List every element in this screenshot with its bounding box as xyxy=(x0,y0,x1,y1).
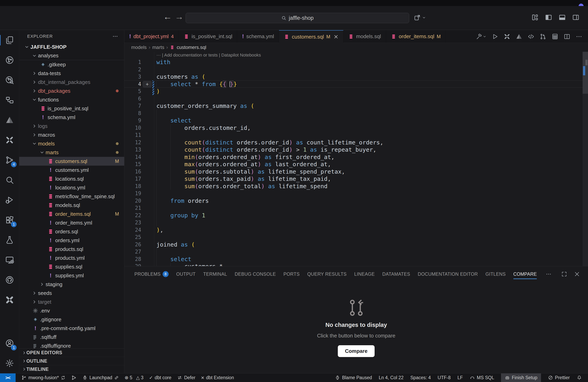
panel-tab-ports[interactable]: PORTS xyxy=(283,266,300,282)
tree-item-dbt-internal-packages[interactable]: dbt_internal_packages xyxy=(19,78,124,87)
code-line-6[interactable]: 6 xyxy=(125,95,588,102)
code-line-3[interactable]: 3customers as ( xyxy=(125,73,588,80)
code-line-4[interactable]: 4+ select * from {{ }} xyxy=(125,80,588,88)
panel-tab-output[interactable]: OUTPUT xyxy=(176,266,196,282)
tree-item-models-sql[interactable]: models.sql xyxy=(19,201,124,210)
code-line-22[interactable]: 22 group by 1 xyxy=(125,212,588,219)
code-line-17[interactable]: 17 sum(orders.tax_paid) as lifetime_tax_… xyxy=(125,175,588,183)
code-line-18[interactable]: 18 sum(orders.order_total) as lifetime_s… xyxy=(125,183,588,190)
activity-item-testing[interactable] xyxy=(0,230,19,250)
activity-item-query-lineage[interactable] xyxy=(0,50,19,70)
action-build-hammer[interactable] xyxy=(476,33,486,40)
action-inline-code[interactable] xyxy=(528,33,534,40)
activity-item-dbt-extension[interactable] xyxy=(0,290,19,310)
customize-layout-icon[interactable] xyxy=(531,14,539,21)
tree-item-analyses[interactable]: analyses xyxy=(19,51,124,60)
tree-item-customers-sql[interactable]: customers.sqlM xyxy=(19,157,124,166)
code-editor[interactable]: ··· | Add documentation or tests | Datap… xyxy=(125,52,588,266)
status-dbt-core[interactable]: ✓dbt core xyxy=(149,375,171,381)
code-line-16[interactable]: 16 sum(orders.subtotal) as lifetime_spen… xyxy=(125,168,588,175)
action-run-query[interactable] xyxy=(492,33,498,40)
status-defer[interactable]: Defer xyxy=(177,375,195,381)
action-query-results-grid[interactable] xyxy=(552,33,558,40)
action-pull-request[interactable] xyxy=(540,33,546,40)
tree-item-macros[interactable]: macros xyxy=(19,131,124,139)
add-test-button[interactable]: + xyxy=(143,81,152,87)
editor-scrollbar[interactable] xyxy=(583,52,588,266)
tree-item-functions[interactable]: functions xyxy=(19,95,124,104)
code-line-27[interactable]: 27 xyxy=(125,248,588,256)
code-line-1[interactable]: 1with xyxy=(125,58,588,66)
tree-item-locations-sql[interactable]: locations.sql xyxy=(19,174,124,183)
status-prettier[interactable]: Prettier xyxy=(548,375,570,381)
tree-item-supplies-sql[interactable]: supplies.sql xyxy=(19,262,124,271)
tree-item-seeds[interactable]: seeds xyxy=(19,289,124,298)
tree-item-customers-yml[interactable]: !customers.yml xyxy=(19,166,124,174)
status-git-branch[interactable]: mwong-fusion* xyxy=(21,375,66,381)
activity-item-settings[interactable] xyxy=(0,353,19,373)
tree-item-order-items-yml[interactable]: !order_items.yml xyxy=(19,218,124,227)
code-line-11[interactable]: 11 xyxy=(125,132,588,139)
code-line-13[interactable]: 13 count(distinct orders.order_id) > 1 a… xyxy=(125,146,588,153)
code-line-29[interactable]: 29 customers.*, xyxy=(125,263,588,266)
close-panel-icon[interactable] xyxy=(574,271,580,277)
breadcrumb[interactable]: models › marts › customers.sql xyxy=(125,43,588,52)
tree-item-is-positive-int-sql[interactable]: is_positive_int.sql xyxy=(19,104,124,113)
tree-item-staging[interactable]: staging xyxy=(19,280,124,289)
close-icon[interactable] xyxy=(334,34,338,39)
tab-is-positive-int-sql[interactable]: is_positive_int.sql xyxy=(179,30,237,43)
status-language-mode[interactable]: MS SQL xyxy=(470,375,494,381)
status-encoding[interactable]: UTF-8 xyxy=(438,375,451,381)
activity-item-run-and-debug[interactable] xyxy=(0,190,19,210)
tree-item-products-yml[interactable]: !products.yml xyxy=(19,253,124,262)
tree-item-data-tests[interactable]: data-tests xyxy=(19,69,124,78)
tree-item-products-sql[interactable]: products.sql xyxy=(19,245,124,253)
compare-button[interactable]: Compare xyxy=(338,345,375,357)
tree-item-order-items-sql[interactable]: order_items.sqlM xyxy=(19,210,124,218)
tree-item-locations-yml[interactable]: !locations.yml xyxy=(19,183,124,192)
activity-item-accounts[interactable]: 1 xyxy=(0,333,19,353)
status-notifications-bell[interactable] xyxy=(577,375,582,381)
back-button[interactable]: ← xyxy=(162,12,173,21)
section-outline[interactable]: OUTLINE xyxy=(19,357,124,365)
code-line-8[interactable]: 8 xyxy=(125,110,588,117)
breadcrumb-item[interactable]: customers.sql xyxy=(177,45,206,50)
code-line-2[interactable]: 2 xyxy=(125,66,588,73)
activity-item-search[interactable] xyxy=(0,170,19,190)
code-line-26[interactable]: 26joined as ( xyxy=(125,241,588,248)
status-blame[interactable]: Blame Paused xyxy=(335,375,372,381)
code-line-14[interactable]: 14 min(orders.ordered_at) as first_order… xyxy=(125,153,588,161)
forward-button[interactable]: → xyxy=(174,12,184,21)
status-indentation[interactable]: Spaces: 4 xyxy=(410,375,431,381)
code-line-28[interactable]: 28 select xyxy=(125,256,588,263)
panel-tab-lineage[interactable]: LINEAGE xyxy=(354,266,375,282)
tab-dbt-project-yml[interactable]: !dbt_project.yml4 xyxy=(125,30,179,43)
section-timeline[interactable]: TIMELINE xyxy=(19,365,124,373)
tree-item--env[interactable]: .env xyxy=(19,306,124,315)
code-line-12[interactable]: 12 count(distinct orders.order_id) as co… xyxy=(125,139,588,146)
tab-models-sql[interactable]: models.sql xyxy=(343,30,386,43)
activity-item-dbt-power-user[interactable] xyxy=(0,130,19,150)
status-problems[interactable]: ⊗ 5△ 3 xyxy=(125,375,143,381)
code-line-21[interactable]: 21 xyxy=(125,204,588,212)
panel-more-icon[interactable] xyxy=(546,271,552,277)
panel-tab-debug-console[interactable]: DEBUG CONSOLE xyxy=(235,266,276,282)
code-line-20[interactable]: 20 from orders xyxy=(125,197,588,205)
action-more-actions[interactable] xyxy=(576,33,582,40)
tab-order-items-sql[interactable]: order_items.sqlM xyxy=(386,30,446,43)
explorer-more-icon[interactable] xyxy=(112,33,118,39)
code-line-24[interactable]: 24), xyxy=(125,226,588,234)
layout-control-button[interactable] xyxy=(414,14,426,21)
codelens-actions[interactable]: ··· | Add documentation or tests | Datap… xyxy=(125,52,588,58)
tree-item-logs[interactable]: logs xyxy=(19,122,124,131)
status-dbt-extension[interactable]: ×dbt Extension xyxy=(201,375,234,381)
activity-item-source-control-graph[interactable]: 4 xyxy=(0,150,19,170)
tab-customers-sql[interactable]: customers.sqlM xyxy=(279,30,343,43)
tree-item--sqlfluffignore[interactable]: .sqlfluffignore xyxy=(19,342,124,348)
panel-tab-documentation-editor[interactable]: DOCUMENTATION EDITOR xyxy=(418,266,478,282)
tree-item-target[interactable]: target xyxy=(19,298,124,306)
tree-item-models[interactable]: models xyxy=(19,139,124,148)
activity-item-remote-explorer[interactable] xyxy=(0,250,19,270)
action-dbt-power-user[interactable] xyxy=(504,33,510,40)
tree-item-schema-yml[interactable]: !schema.yml xyxy=(19,113,124,122)
